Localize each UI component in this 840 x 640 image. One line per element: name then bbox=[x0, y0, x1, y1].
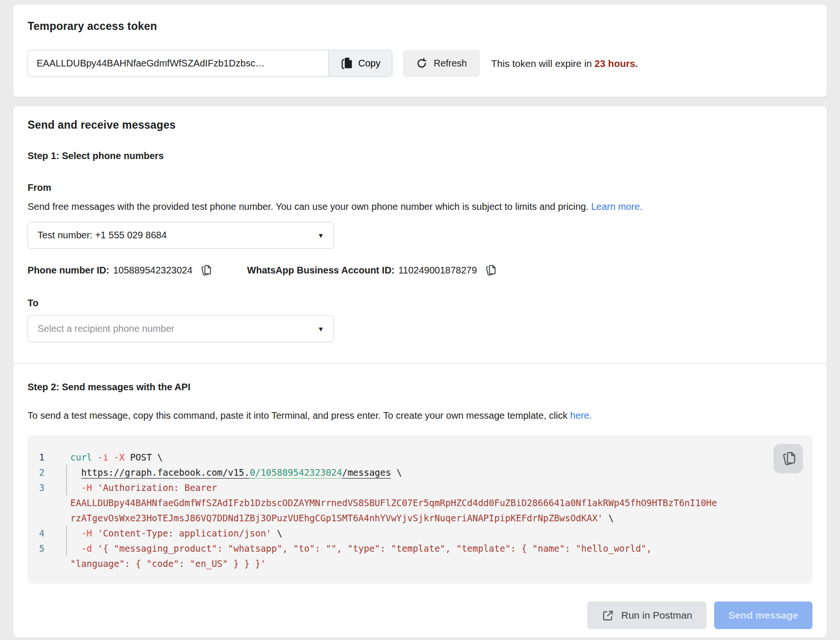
copy-token-button[interactable]: Copy bbox=[328, 50, 392, 77]
code-line: 5 -d '{ "messaging_product": "whatsapp",… bbox=[28, 541, 812, 556]
token-expiry-prefix: This token will expire in bbox=[491, 58, 595, 69]
access-token-field[interactable]: EAALLDUBpy44BAHNfaeGdmfWfSZAdIFzb1Dzbsc… bbox=[28, 50, 328, 77]
run-in-postman-button[interactable]: Run in Postman bbox=[587, 602, 706, 629]
copy-waba-id-button[interactable] bbox=[484, 264, 496, 277]
code-line: 1curl -i -X POST \ bbox=[28, 450, 812, 465]
refresh-icon bbox=[416, 57, 428, 69]
section-divider bbox=[13, 363, 827, 364]
run-in-postman-label: Run in Postman bbox=[621, 610, 692, 621]
phone-number-id-label: Phone number ID: bbox=[28, 265, 109, 276]
token-expiry-text: This token will expire in 23 hours. bbox=[491, 58, 638, 69]
code-line: EAALLDUBpy44BAHNfaeGdmfWfSZAdIFzb1DzbscO… bbox=[28, 495, 812, 510]
copy-button-label: Copy bbox=[358, 58, 381, 69]
messages-card-title: Send and receive messages bbox=[28, 119, 812, 132]
to-label: To bbox=[28, 298, 812, 309]
from-description: Send free messages with the provided tes… bbox=[28, 200, 812, 213]
waba-id-value: 110249001878279 bbox=[398, 265, 477, 276]
copy-phone-number-id-button[interactable] bbox=[200, 264, 211, 277]
code-line: 3 -H 'Authorization: Bearer bbox=[28, 480, 812, 495]
code-line: 2 https://graph.facebook.com/v15.0/10588… bbox=[28, 465, 812, 480]
token-expiry-hours: 23 hours. bbox=[594, 58, 638, 69]
to-number-placeholder: Select a recipient phone number bbox=[38, 323, 174, 334]
refresh-button-label: Refresh bbox=[434, 58, 467, 69]
step2-heading: Step 2: Send messages with the API bbox=[28, 382, 812, 393]
refresh-token-button[interactable]: Refresh bbox=[403, 50, 480, 77]
code-rows: 1curl -i -X POST \2 https://graph.facebo… bbox=[28, 450, 812, 571]
to-number-select[interactable]: Select a recipient phone number ▼ bbox=[28, 315, 334, 342]
code-line: 4 -H 'Content-Type: application/json' \ bbox=[28, 526, 812, 541]
copy-filled-icon bbox=[340, 56, 353, 70]
footer-actions: Run in Postman Send message bbox=[28, 602, 812, 630]
chevron-down-icon: ▼ bbox=[317, 325, 324, 333]
ids-row: Phone number ID: 105889542323024 WhatsAp… bbox=[28, 264, 812, 277]
from-number-select[interactable]: Test number: +1 555 029 8684 ▼ bbox=[28, 222, 334, 249]
temporary-access-token-card: Temporary access token EAALLDUBpy44BAHNf… bbox=[13, 5, 827, 97]
copy-code-button[interactable] bbox=[773, 444, 803, 473]
learn-more-link[interactable]: Learn more. bbox=[591, 201, 642, 212]
from-number-selected-value: Test number: +1 555 029 8684 bbox=[38, 230, 167, 241]
waba-id-group: WhatsApp Business Account ID: 1102490018… bbox=[247, 264, 496, 277]
copy-outline-icon bbox=[200, 264, 211, 277]
send-message-button[interactable]: Send message bbox=[714, 602, 812, 629]
waba-id-label: WhatsApp Business Account ID: bbox=[247, 265, 394, 276]
from-description-text: Send free messages with the provided tes… bbox=[28, 201, 591, 212]
step1-heading: Step 1: Select phone numbers bbox=[28, 151, 812, 161]
code-line: rzATgevOsWxe23HoTEJmsJ86VQ7DDNd1ZBj3OPuz… bbox=[28, 510, 812, 526]
here-link[interactable]: here. bbox=[570, 410, 592, 421]
external-link-icon bbox=[601, 609, 614, 622]
step2-description-text: To send a test message, copy this comman… bbox=[28, 410, 570, 421]
phone-number-id-group: Phone number ID: 105889542323024 bbox=[28, 264, 211, 277]
from-label: From bbox=[28, 182, 812, 193]
phone-number-id-value: 105889542323024 bbox=[113, 265, 192, 276]
code-block: 1curl -i -X POST \2 https://graph.facebo… bbox=[28, 435, 812, 584]
send-message-label: Send message bbox=[728, 610, 798, 621]
token-card-title: Temporary access token bbox=[28, 20, 812, 33]
token-row: EAALLDUBpy44BAHNfaeGdmfWfSZAdIFzb1Dzbsc…… bbox=[28, 50, 812, 77]
step2-description: To send a test message, copy this comman… bbox=[28, 409, 812, 422]
copy-outline-icon bbox=[484, 264, 496, 277]
send-receive-messages-card: Send and receive messages Step 1: Select… bbox=[13, 106, 827, 638]
page: Temporary access token EAALLDUBpy44BAHNf… bbox=[0, 0, 840, 638]
copy-outline-icon bbox=[781, 451, 796, 467]
to-select-wrap: Select a recipient phone number ▼ bbox=[28, 315, 812, 342]
code-line: "language": { "code": "en_US" } } }' bbox=[28, 556, 812, 571]
chevron-down-icon: ▼ bbox=[317, 232, 324, 239]
